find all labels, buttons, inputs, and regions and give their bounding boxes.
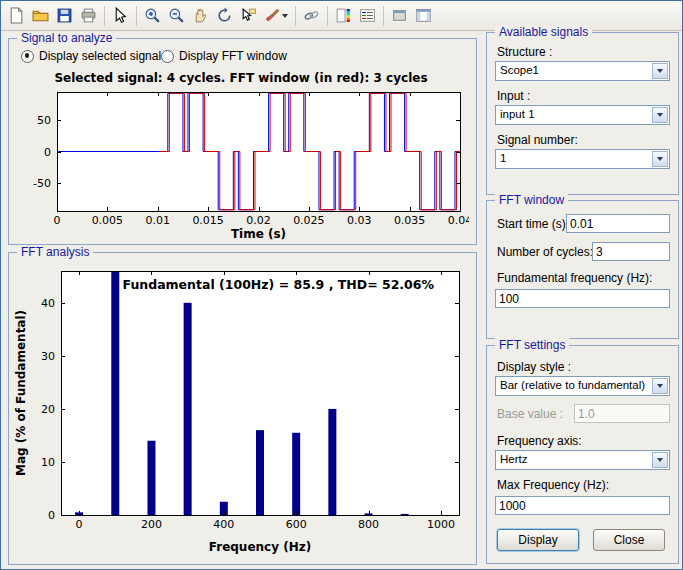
svg-text:0: 0 [48, 509, 55, 522]
rotate-3d-icon [216, 7, 233, 24]
dropdown-arrow-icon [652, 107, 668, 123]
brush-icon [264, 7, 281, 24]
structure-value: Scope1 [500, 64, 650, 76]
panel-title: Available signals [495, 25, 592, 39]
display-style-label: Display style : [497, 360, 571, 374]
svg-text:40: 40 [41, 297, 55, 310]
svg-text:0: 0 [76, 518, 83, 531]
signal-to-analyze-panel: Signal to analyze Display selected signa… [8, 38, 477, 245]
svg-text:Mag (% of Fundamental): Mag (% of Fundamental) [14, 310, 28, 476]
start-time-label: Start time (s): [497, 217, 569, 231]
legend-icon [359, 7, 376, 24]
save-figure-button[interactable] [53, 4, 76, 27]
open-folder-icon [32, 7, 49, 24]
start-time-input[interactable] [566, 214, 670, 233]
display-style-select[interactable]: Bar (relative to fundamental) [495, 376, 670, 396]
panel-title: FFT analysis [17, 245, 93, 259]
radio-button-icon [161, 50, 174, 63]
svg-text:200: 200 [141, 518, 162, 531]
svg-text:20: 20 [41, 403, 55, 416]
dropdown-arrow-icon [652, 378, 668, 394]
new-figure-button[interactable] [5, 4, 28, 27]
svg-text:0.015: 0.015 [192, 214, 224, 227]
radio-label: Display selected signal [39, 49, 161, 63]
toolbar-separator [383, 6, 384, 26]
zoom-in-icon [144, 7, 161, 24]
toolbar-separator [136, 6, 137, 26]
close-button[interactable]: Close [593, 529, 665, 551]
signal-plot-title: Selected signal: 4 cycles. FFT window (i… [11, 71, 471, 85]
frequency-axis-select[interactable]: Hertz [495, 450, 670, 470]
input-select[interactable]: input 1 [495, 105, 670, 125]
svg-text:0.02: 0.02 [246, 214, 271, 227]
display-button[interactable]: Display [497, 529, 579, 551]
dropdown-arrow-icon [652, 63, 668, 79]
zoom-out-icon [168, 7, 185, 24]
svg-text:Fundamental (100Hz) = 85.9 , T: Fundamental (100Hz) = 85.9 , THD= 52.06% [123, 277, 435, 292]
toolbar-separator [104, 6, 105, 26]
chevron-down-icon [282, 14, 288, 18]
link-plot-button[interactable] [300, 4, 323, 27]
data-cursor-icon [240, 7, 257, 24]
insert-colorbar-button[interactable] [332, 4, 355, 27]
signal-number-select[interactable]: 1 [495, 149, 670, 169]
save-icon [56, 7, 73, 24]
dropdown-arrow-icon [652, 151, 668, 167]
radio-label: Display FFT window [179, 49, 287, 63]
panel-title: FFT window [495, 193, 568, 207]
available-signals-panel: Available signals Structure : Scope1 Inp… [486, 32, 679, 195]
radio-display-selected-signal[interactable]: Display selected signal [21, 49, 161, 63]
svg-text:10: 10 [41, 456, 55, 469]
fundamental-frequency-input[interactable] [495, 289, 670, 308]
svg-text:0.03: 0.03 [347, 214, 372, 227]
toolbar-separator [327, 6, 328, 26]
zoom-out-button[interactable] [165, 4, 188, 27]
base-value-input [574, 404, 670, 423]
svg-text:1000: 1000 [427, 518, 455, 531]
new-document-icon [8, 7, 25, 24]
input-value: input 1 [500, 108, 650, 120]
insert-legend-button[interactable] [356, 4, 379, 27]
signal-plot: 00.0050.010.0150.020.0250.030.0350.04-50… [13, 89, 469, 241]
svg-text:600: 600 [286, 518, 307, 531]
number-of-cycles-input[interactable] [592, 242, 670, 261]
fft-analysis-panel: FFT analysis 02004006008001000010203040F… [8, 252, 477, 565]
svg-text:-50: -50 [33, 177, 51, 190]
colorbar-icon [335, 7, 352, 24]
link-plot-icon [303, 7, 320, 24]
base-value-label: Base value : [497, 407, 563, 421]
svg-text:30: 30 [41, 350, 55, 363]
structure-select[interactable]: Scope1 [495, 61, 670, 81]
svg-text:0: 0 [44, 146, 51, 159]
panel-title: Signal to analyze [17, 31, 116, 45]
edit-plot-button[interactable] [109, 4, 132, 27]
display-style-value: Bar (relative to fundamental) [500, 379, 650, 391]
radio-display-fft-window[interactable]: Display FFT window [161, 49, 287, 63]
toolbar-separator [295, 6, 296, 26]
max-frequency-input[interactable] [495, 496, 670, 515]
fundamental-frequency-label: Fundamental frequency (Hz): [497, 271, 652, 285]
printer-icon [80, 7, 97, 24]
svg-text:50: 50 [37, 114, 51, 127]
fft-analysis-window: Signal to analyze Display selected signa… [0, 0, 683, 570]
frequency-axis-label: Frequency axis: [497, 434, 582, 448]
svg-text:0.04: 0.04 [448, 214, 469, 227]
number-of-cycles-label: Number of cycles: [497, 245, 593, 259]
signal-number-label: Signal number: [497, 133, 578, 147]
print-figure-button[interactable] [77, 4, 100, 27]
arrow-cursor-icon [112, 7, 129, 24]
svg-text:400: 400 [213, 518, 234, 531]
zoom-in-button[interactable] [141, 4, 164, 27]
max-frequency-label: Max Frequency (Hz): [497, 478, 609, 492]
hide-plot-tools-button[interactable] [388, 4, 411, 27]
show-plot-tools-button[interactable] [412, 4, 435, 27]
open-file-button[interactable] [29, 4, 52, 27]
rotate-3d-button[interactable] [213, 4, 236, 27]
panel-title: FFT settings [495, 338, 569, 352]
svg-text:0.035: 0.035 [394, 214, 426, 227]
data-cursor-button[interactable] [237, 4, 260, 27]
svg-text:0.005: 0.005 [92, 214, 124, 227]
brush-data-button[interactable] [261, 4, 291, 27]
pan-button[interactable] [189, 4, 212, 27]
hand-icon [192, 7, 209, 24]
